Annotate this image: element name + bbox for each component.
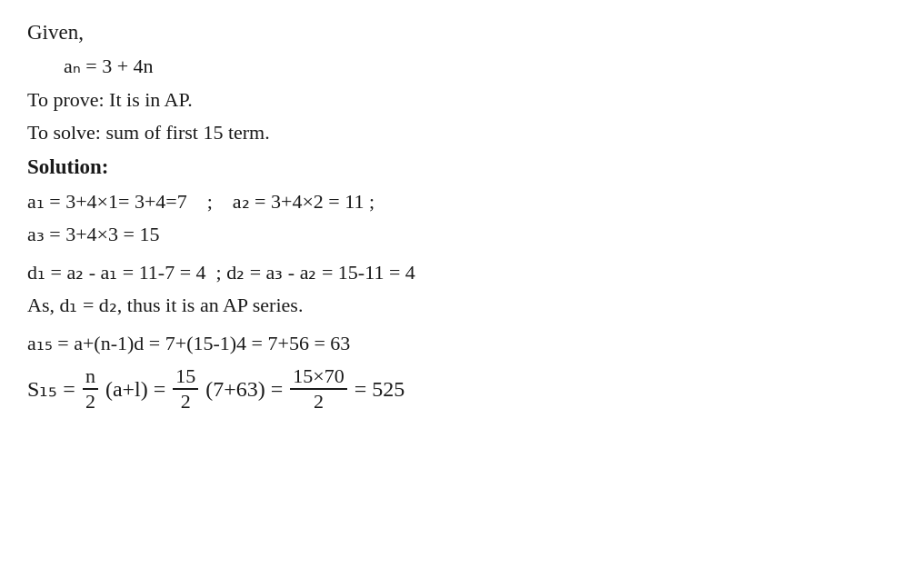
solution-section: Solution: xyxy=(27,151,882,184)
ap-conclusion: As, d₁ = d₂, thus it is an AP series. xyxy=(27,290,882,321)
a1-a2-line: a₁ = 3+4×1= 3+4=7 ; a₂ = 3+4×2 = 11 ; xyxy=(27,186,882,217)
solution-label: Solution: xyxy=(27,151,882,184)
a15-section: a₁₅ = a+(n-1)d = 7+(15-1)4 = 7+56 = 63 xyxy=(27,328,882,359)
page-content: Given, aₙ = 3 + 4n To prove: It is in AP… xyxy=(0,0,909,588)
to-prove-section: To prove: It is in AP. To solve: sum of … xyxy=(27,85,882,148)
frac3: 15×70 2 xyxy=(290,364,346,414)
a15-line: a₁₅ = a+(n-1)d = 7+(15-1)4 = 7+56 = 63 xyxy=(27,328,882,359)
given-label: Given, xyxy=(27,16,882,49)
d1-d2-line: d₁ = a₂ - a₁ = 11-7 = 4 ; d₂ = a₃ - a₂ =… xyxy=(27,257,882,288)
to-solve: To solve: sum of first 15 term. xyxy=(27,117,882,148)
s15-prefix: S₁₅ = xyxy=(27,373,75,406)
s15-mid2: (7+63) = xyxy=(205,373,283,406)
given-formula: aₙ = 3 + 4n xyxy=(64,51,882,82)
to-prove: To prove: It is in AP. xyxy=(27,85,882,115)
frac1-num: n xyxy=(83,364,98,390)
a1-a2-section: a₁ = 3+4×1= 3+4=7 ; a₂ = 3+4×2 = 11 ; a₃… xyxy=(27,186,882,250)
frac3-den: 2 xyxy=(311,390,326,414)
d1-d2-section: d₁ = a₂ - a₁ = 11-7 = 4 ; d₂ = a₃ - a₂ =… xyxy=(27,257,882,321)
frac1-den: 2 xyxy=(83,390,98,414)
frac1: n 2 xyxy=(83,364,98,414)
frac2-num: 15 xyxy=(173,364,198,390)
s15-mid1: (a+l) = xyxy=(105,373,165,406)
frac3-num: 15×70 xyxy=(290,364,346,390)
frac2-den: 2 xyxy=(178,390,194,414)
s15-line: S₁₅ = n 2 (a+l) = 15 2 (7+63) = 15×70 2 … xyxy=(27,364,882,414)
frac2: 15 2 xyxy=(173,364,198,414)
s15-result: = 525 xyxy=(355,373,405,406)
a3-line: a₃ = 3+4×3 = 15 xyxy=(27,219,882,250)
content-block: Given, aₙ = 3 + 4n To prove: It is in AP… xyxy=(27,16,882,414)
given-section: Given, aₙ = 3 + 4n xyxy=(27,16,882,82)
